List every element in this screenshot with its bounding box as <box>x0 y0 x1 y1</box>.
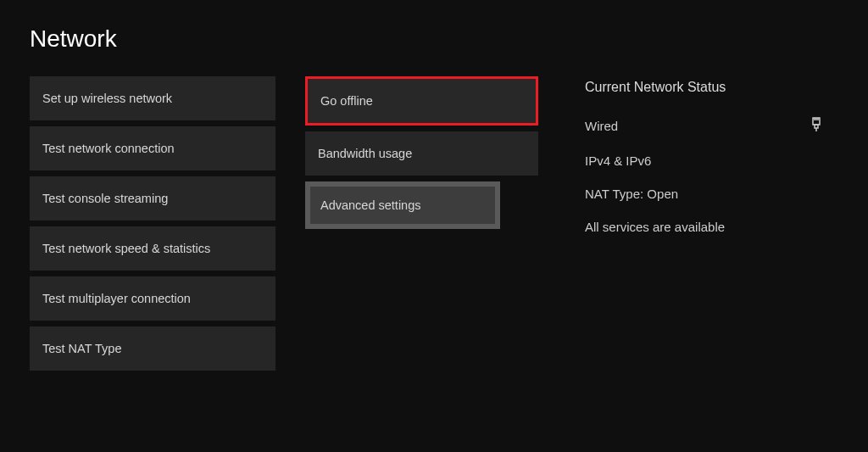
advanced-settings-button[interactable]: Advanced settings <box>305 181 500 229</box>
test-multiplayer-button[interactable]: Test multiplayer connection <box>30 276 275 321</box>
setup-wireless-button[interactable]: Set up wireless network <box>30 76 275 120</box>
menu-column-1: Set up wireless network Test network con… <box>30 76 275 371</box>
menu-column-2: Go offline Bandwidth usage Advanced sett… <box>305 76 538 371</box>
nat-status: NAT Type: Open <box>585 187 822 201</box>
test-streaming-button[interactable]: Test console streaming <box>30 176 275 220</box>
services-status: All services are available <box>585 220 822 234</box>
test-speed-button[interactable]: Test network speed & statistics <box>30 226 275 271</box>
go-offline-button[interactable]: Go offline <box>305 76 538 126</box>
bandwidth-usage-button[interactable]: Bandwidth usage <box>305 131 538 176</box>
page-title: Network <box>30 25 838 53</box>
status-column: Current Network Status Wired IPv4 & IPv6… <box>568 76 822 371</box>
wired-icon <box>810 117 822 135</box>
test-connection-button[interactable]: Test network connection <box>30 126 275 170</box>
connection-type-row: Wired <box>585 117 822 135</box>
ip-status: IPv4 & IPv6 <box>585 153 822 168</box>
svg-rect-4 <box>815 125 818 128</box>
status-heading: Current Network Status <box>585 80 822 95</box>
test-nat-button[interactable]: Test NAT Type <box>30 326 275 371</box>
connection-type-label: Wired <box>585 119 618 133</box>
